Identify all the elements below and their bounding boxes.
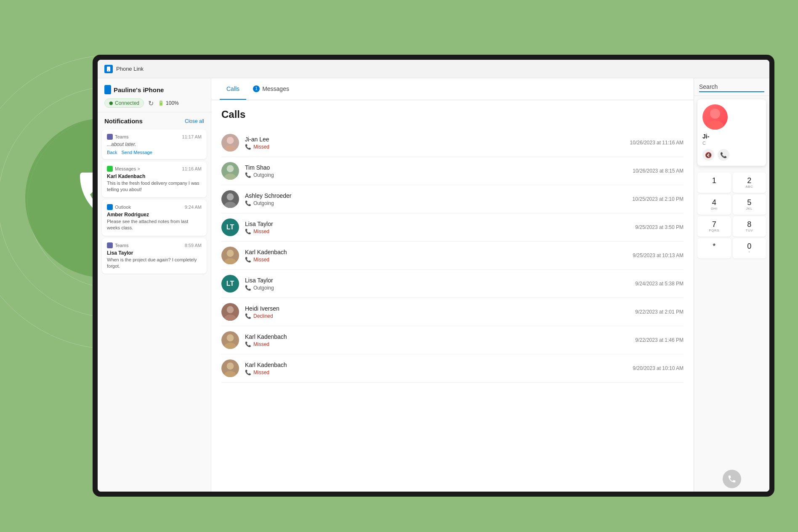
call-row-jian-lee[interactable]: Ji-an Lee 📞 Missed 10/26/2023 at 11:16 A… xyxy=(221,129,684,157)
notif-app-name: Teams xyxy=(115,134,128,139)
notif-app-name-2: Messages > xyxy=(115,166,140,171)
contact-preview-name: Ji- xyxy=(702,133,761,140)
dialpad: 1 2 ABC 4 GHI 5 JKL xyxy=(694,169,769,466)
dial-btn-2[interactable]: 2 ABC xyxy=(733,173,766,193)
call-status-text-k1: Missed xyxy=(253,257,269,263)
search-input-text[interactable]: Search xyxy=(699,83,718,90)
tabs-bar: Calls 1 Messages xyxy=(211,78,694,100)
dial-btn-1[interactable]: 1 xyxy=(697,173,731,193)
dial-letters-4: GHI xyxy=(711,207,718,210)
notif-card-messages[interactable]: Messages > 11:16 AM Karl Kadenbach This … xyxy=(102,162,207,197)
phone-device-icon xyxy=(104,85,111,94)
call-name-heidi-iversen: Heidi Iversen xyxy=(245,305,635,312)
close-all-button[interactable]: Close all xyxy=(185,118,204,124)
call-info-karl-2: Karl Kadenbach 📞 Missed xyxy=(245,333,635,347)
call-row-ashley-schroeder[interactable]: Ashley Schroeder 📞 Outgoing 10/25/2023 a… xyxy=(221,185,684,213)
tab-calls[interactable]: Calls xyxy=(220,78,246,100)
call-status-text-k2: Missed xyxy=(253,341,269,347)
battery-percent: 100% xyxy=(166,100,179,106)
dial-btn-4[interactable]: 4 GHI xyxy=(697,194,731,215)
notif-send-message-button[interactable]: Send Message xyxy=(121,150,152,155)
notif-time-3: 9:24 AM xyxy=(185,205,202,210)
dial-number-8: 8 xyxy=(747,221,751,228)
call-row-heidi-iversen[interactable]: Heidi Iversen 📞 Declined 9/22/2023 at 2:… xyxy=(221,298,684,326)
call-name-lisa-taylor-1: Lisa Taylor xyxy=(245,221,635,227)
dial-number-star: * xyxy=(713,242,716,250)
call-row-lisa-taylor-2[interactable]: LT Lisa Taylor 📞 Outgoing 9/24/2023 at 5… xyxy=(221,270,684,298)
outgoing-icon-2: 📞 xyxy=(245,200,251,206)
notif-body-1: ...about later. xyxy=(107,141,202,147)
call-info-karl-1: Karl Kadenbach 📞 Missed xyxy=(245,249,633,263)
call-row-lisa-taylor-1[interactable]: LT Lisa Taylor 📞 Missed 9/25/2023 at 3:5… xyxy=(221,213,684,242)
dial-number-4: 4 xyxy=(712,199,716,206)
notif-body-2: This is the fresh food delivery company … xyxy=(107,180,202,193)
notification-cards: Teams 11:17 AM ...about later. Back Send… xyxy=(98,128,211,492)
call-action-icon[interactable]: 📞 xyxy=(718,149,729,161)
bluetooth-icon: ⬢ xyxy=(109,101,113,106)
right-panel: Search Ji- C 🔇 📞 xyxy=(694,78,769,492)
dial-btn-star[interactable]: * xyxy=(697,238,731,258)
call-row-karl-3[interactable]: Karl Kadenbach 📞 Missed 9/20/2023 at 10:… xyxy=(221,354,684,383)
phone-name: Pauline's iPhone xyxy=(104,85,204,94)
outlook-app-icon xyxy=(107,204,113,210)
notif-back-button[interactable]: Back xyxy=(107,150,117,155)
svg-point-1 xyxy=(224,145,236,152)
sidebar: Pauline's iPhone ⬢ Connected ↻ 🔋 100% xyxy=(98,78,211,492)
call-info-heidi-iversen: Heidi Iversen 📞 Declined xyxy=(245,305,635,319)
dial-number-5: 5 xyxy=(747,199,751,206)
notif-sender-4: Lisa Taylor xyxy=(107,250,202,256)
missed-icon-k1: 📞 xyxy=(245,257,251,263)
refresh-icon[interactable]: ↻ xyxy=(148,99,154,107)
laptop-frame: Phone Link Pauline's iPhone ⬢ Connected xyxy=(93,55,774,497)
call-status-karl-2: 📞 Missed xyxy=(245,341,635,347)
call-status-karl-1: 📞 Missed xyxy=(245,257,633,263)
call-time-heidi-iversen: 9/22/2023 at 2:01 PM xyxy=(635,309,684,315)
notif-card-teams-1[interactable]: Teams 11:17 AM ...about later. Back Send… xyxy=(102,130,207,159)
notif-app-name-3: Outlook xyxy=(115,205,131,210)
mute-icon[interactable]: 🔇 xyxy=(702,149,714,161)
call-row-karl-2[interactable]: Karl Kadenbach 📞 Missed 9/22/2023 at 1:4… xyxy=(221,326,684,354)
contact-preview-card: Ji- C 🔇 📞 xyxy=(697,99,766,166)
search-input-wrap[interactable]: Search xyxy=(699,83,764,92)
svg-point-5 xyxy=(224,202,236,208)
notif-card-teams-2[interactable]: Teams 8:59 AM Lisa Taylor When is the pr… xyxy=(102,238,207,274)
laptop-screen: Phone Link Pauline's iPhone ⬢ Connected xyxy=(98,60,769,492)
notif-time-4: 8:59 AM xyxy=(185,243,202,248)
svg-point-10 xyxy=(227,334,234,341)
contact-preview-subtitle: C xyxy=(702,141,761,146)
call-status-lisa-taylor-1: 📞 Missed xyxy=(245,229,635,234)
battery-icon: 🔋 xyxy=(158,100,164,106)
contact-actions: 🔇 📞 xyxy=(702,149,761,161)
notif-card-outlook[interactable]: Outlook 9:24 AM Amber Rodriguez Please s… xyxy=(102,200,207,236)
avatar-tim-shao xyxy=(221,162,239,180)
svg-point-3 xyxy=(224,173,236,180)
call-status-karl-3: 📞 Missed xyxy=(245,370,633,375)
messages-badge: 1 xyxy=(253,85,260,92)
title-bar: Phone Link xyxy=(98,60,769,78)
dial-letters-2: ABC xyxy=(745,185,753,189)
dial-number-1: 1 xyxy=(712,177,716,184)
call-row-karl-1[interactable]: Karl Kadenbach 📞 Missed 9/25/2023 at 10:… xyxy=(221,242,684,270)
dial-btn-7[interactable]: 7 PQRS xyxy=(697,216,731,237)
declined-icon: 📞 xyxy=(245,313,251,319)
outgoing-icon-lt2: 📞 xyxy=(245,285,251,291)
dial-letters-7: PQRS xyxy=(709,229,719,232)
avatar-jian-lee xyxy=(221,134,239,152)
calls-list: Calls Ji-an Lee 📞 Missed xyxy=(211,100,694,492)
call-row-tim-shao[interactable]: Tim Shao 📞 Outgoing 10/26/2023 at 8:15 A… xyxy=(221,157,684,185)
teams-app-icon-2 xyxy=(107,242,113,248)
call-status-ashley-schroeder: 📞 Outgoing xyxy=(245,200,633,206)
tab-messages[interactable]: 1 Messages xyxy=(246,78,296,100)
svg-point-12 xyxy=(227,362,234,370)
call-info-jian-lee: Ji-an Lee 📞 Missed xyxy=(245,136,630,150)
avatar-heidi-iversen xyxy=(221,303,239,321)
dial-btn-5[interactable]: 5 JKL xyxy=(733,194,766,215)
call-time-lisa-taylor-1: 9/25/2023 at 3:50 PM xyxy=(635,224,684,230)
search-bar: Search xyxy=(694,78,769,96)
call-fab-button[interactable] xyxy=(723,470,741,488)
notif-body-3: Please see the attached notes from last … xyxy=(107,218,202,231)
svg-point-11 xyxy=(224,343,236,349)
dial-btn-8[interactable]: 8 TUV xyxy=(733,216,766,237)
call-name-karl-2: Karl Kadenbach xyxy=(245,333,635,340)
dial-btn-0[interactable]: 0 * xyxy=(733,238,766,258)
